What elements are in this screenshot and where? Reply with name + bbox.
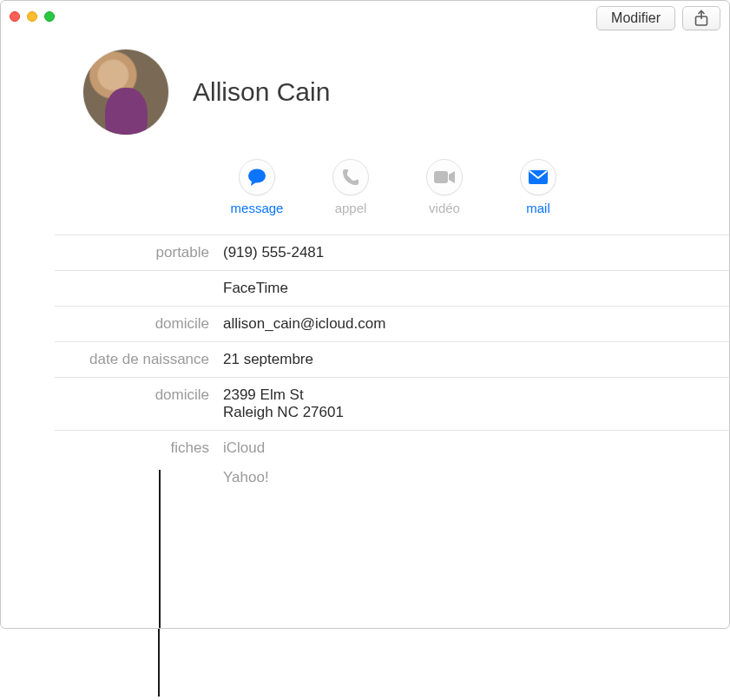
toolbar-right: Modifier bbox=[596, 6, 720, 30]
home-email-row: domicile allison_cain@icloud.com bbox=[55, 306, 729, 341]
svg-point-2 bbox=[248, 169, 266, 183]
fields: portable (919) 555-2481 FaceTime domicil… bbox=[1, 234, 729, 495]
facetime-row: FaceTime bbox=[55, 270, 729, 306]
home-email-label: domicile bbox=[55, 315, 218, 333]
titlebar: Modifier bbox=[1, 1, 729, 32]
video-icon-circle bbox=[426, 159, 463, 195]
home-address-line2: Raleigh NC 27601 bbox=[223, 404, 729, 421]
home-address-value[interactable]: 2399 Elm St Raleigh NC 27601 bbox=[218, 386, 729, 421]
video-action[interactable]: vidéo bbox=[414, 159, 475, 215]
mail-icon-circle bbox=[520, 159, 556, 195]
zoom-window-button[interactable] bbox=[44, 11, 55, 22]
mobile-value[interactable]: (919) 555-2481 bbox=[218, 244, 729, 261]
birthday-value[interactable]: 21 septembre bbox=[218, 351, 729, 368]
mobile-row: portable (919) 555-2481 bbox=[55, 234, 729, 270]
cards-label-empty bbox=[55, 469, 218, 486]
share-button[interactable] bbox=[682, 6, 720, 30]
message-icon bbox=[247, 168, 267, 187]
svg-rect-3 bbox=[434, 171, 448, 183]
home-address-label: domicile bbox=[55, 386, 218, 421]
mail-action[interactable]: mail bbox=[508, 159, 569, 215]
mail-label: mail bbox=[526, 201, 550, 215]
contact-header: Allison Cain bbox=[1, 32, 729, 143]
cards-value-1[interactable]: iCloud bbox=[218, 439, 729, 457]
message-label: message bbox=[231, 201, 284, 215]
cards-label: fiches bbox=[55, 439, 218, 457]
video-label: vidéo bbox=[429, 201, 460, 215]
message-icon-circle bbox=[239, 159, 275, 195]
mail-icon bbox=[528, 169, 549, 185]
mobile-label: portable bbox=[55, 244, 218, 261]
phone-icon bbox=[341, 168, 360, 187]
contact-name: Allison Cain bbox=[193, 77, 330, 107]
cards-value-2[interactable]: Yahoo! bbox=[218, 469, 729, 486]
home-address-row: domicile 2399 Elm St Raleigh NC 27601 bbox=[55, 377, 729, 430]
share-icon bbox=[694, 10, 709, 27]
birthday-label: date de naissance bbox=[55, 351, 218, 368]
cards-row-2: Yahoo! bbox=[55, 466, 729, 495]
close-window-button[interactable] bbox=[10, 11, 20, 22]
modify-button-label: Modifier bbox=[611, 10, 661, 26]
call-icon-circle bbox=[332, 159, 369, 195]
cards-row: fiches iCloud bbox=[55, 430, 729, 466]
callout-line bbox=[159, 470, 161, 629]
call-action[interactable]: appel bbox=[320, 159, 381, 215]
facetime-label-empty bbox=[55, 280, 218, 297]
home-email-value[interactable]: allison_cain@icloud.com bbox=[218, 315, 729, 333]
message-action[interactable]: message bbox=[227, 159, 287, 215]
birthday-row: date de naissance 21 septembre bbox=[55, 341, 729, 377]
avatar[interactable] bbox=[83, 50, 168, 135]
home-address-line1: 2399 Elm St bbox=[223, 386, 729, 404]
modify-button[interactable]: Modifier bbox=[596, 6, 675, 30]
action-row: message appel vidéo bbox=[1, 143, 729, 234]
callout-line-ext bbox=[158, 629, 160, 697]
minimize-window-button[interactable] bbox=[27, 11, 37, 22]
video-icon bbox=[433, 169, 456, 185]
traffic-lights bbox=[10, 11, 55, 22]
contact-window: Modifier Allison Cain message bbox=[0, 0, 730, 629]
call-label: appel bbox=[335, 201, 367, 215]
facetime-value[interactable]: FaceTime bbox=[218, 280, 729, 297]
